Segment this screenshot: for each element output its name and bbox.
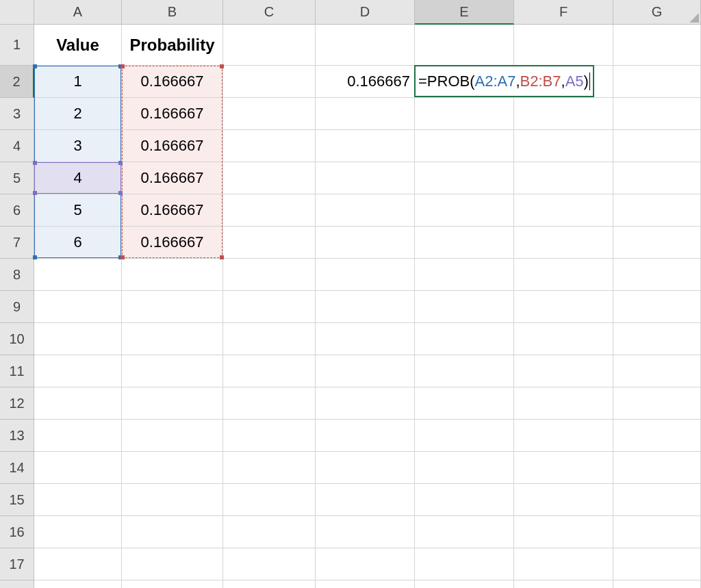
cell-b15[interactable] bbox=[122, 484, 223, 516]
cell-a9[interactable] bbox=[34, 291, 122, 323]
cell-d10[interactable] bbox=[316, 323, 415, 355]
cell-f6[interactable] bbox=[514, 194, 613, 227]
cell-f5[interactable] bbox=[514, 162, 613, 194]
cell-e7[interactable] bbox=[415, 227, 514, 259]
column-header-g[interactable]: G bbox=[613, 0, 701, 25]
row-header-15[interactable]: 15 bbox=[0, 484, 34, 516]
cell-d13[interactable] bbox=[316, 420, 415, 452]
row-header-3[interactable]: 3 bbox=[0, 98, 34, 130]
row-header-16[interactable]: 16 bbox=[0, 516, 34, 548]
cell-d5[interactable] bbox=[316, 162, 415, 194]
cell-f8[interactable] bbox=[514, 259, 613, 291]
cell-g5[interactable] bbox=[613, 162, 701, 194]
cell-a7[interactable]: 6 bbox=[34, 227, 122, 259]
cell-b7[interactable]: 0.166667 bbox=[122, 227, 223, 259]
cell-f17[interactable] bbox=[514, 548, 613, 580]
cell-g7[interactable] bbox=[613, 227, 701, 259]
cell-e17[interactable] bbox=[415, 548, 514, 580]
cell-e16[interactable] bbox=[415, 516, 514, 548]
cell-c14[interactable] bbox=[223, 452, 316, 484]
select-all-corner[interactable] bbox=[0, 0, 34, 25]
row-header-12[interactable]: 12 bbox=[0, 387, 34, 420]
row-header-11[interactable]: 11 bbox=[0, 355, 34, 387]
cell-g9[interactable] bbox=[613, 291, 701, 323]
cell-c9[interactable] bbox=[223, 291, 316, 323]
row-header-14[interactable]: 14 bbox=[0, 452, 34, 484]
cell-a18[interactable] bbox=[34, 580, 122, 588]
cell-e10[interactable] bbox=[415, 323, 514, 355]
cell-g3[interactable] bbox=[613, 98, 701, 130]
cell-g18[interactable] bbox=[613, 580, 701, 588]
row-header-2[interactable]: 2 bbox=[0, 66, 34, 98]
cell-d3[interactable] bbox=[316, 98, 415, 130]
cell-e11[interactable] bbox=[415, 355, 514, 387]
row-header-1[interactable]: 1 bbox=[0, 25, 34, 66]
column-header-e[interactable]: E bbox=[415, 0, 514, 25]
row-header-6[interactable]: 6 bbox=[0, 194, 34, 227]
cell-b2[interactable]: 0.166667 bbox=[122, 66, 223, 98]
cell-f11[interactable] bbox=[514, 355, 613, 387]
cell-d8[interactable] bbox=[316, 259, 415, 291]
cell-b5[interactable]: 0.166667 bbox=[122, 162, 223, 194]
cell-b13[interactable] bbox=[122, 420, 223, 452]
cell-c3[interactable] bbox=[223, 98, 316, 130]
cell-e14[interactable] bbox=[415, 452, 514, 484]
cell-a15[interactable] bbox=[34, 484, 122, 516]
cell-d18[interactable] bbox=[316, 580, 415, 588]
column-header-f[interactable]: F bbox=[514, 0, 613, 25]
cell-a1[interactable]: Value bbox=[34, 25, 122, 66]
cell-g16[interactable] bbox=[613, 516, 701, 548]
cell-e4[interactable] bbox=[415, 130, 514, 162]
cell-g11[interactable] bbox=[613, 355, 701, 387]
cell-g14[interactable] bbox=[613, 452, 701, 484]
cell-b17[interactable] bbox=[122, 548, 223, 580]
cell-b11[interactable] bbox=[122, 355, 223, 387]
column-header-b[interactable]: B bbox=[122, 0, 223, 25]
cell-d1[interactable] bbox=[316, 25, 415, 66]
cell-a10[interactable] bbox=[34, 323, 122, 355]
cell-d2[interactable]: 0.166667 bbox=[316, 66, 415, 98]
cell-c7[interactable] bbox=[223, 227, 316, 259]
cell-e2-editing[interactable]: =PROB(A2:A7, B2:B7, A5) bbox=[414, 65, 594, 97]
cell-f16[interactable] bbox=[514, 516, 613, 548]
cell-a5[interactable]: 4 bbox=[34, 162, 122, 194]
column-header-a[interactable]: A bbox=[34, 0, 122, 25]
cell-b4[interactable]: 0.166667 bbox=[122, 130, 223, 162]
row-header-18[interactable]: 18 bbox=[0, 580, 34, 588]
cell-e3[interactable] bbox=[415, 98, 514, 130]
cell-a17[interactable] bbox=[34, 548, 122, 580]
row-header-13[interactable]: 13 bbox=[0, 420, 34, 452]
cell-a6[interactable]: 5 bbox=[34, 194, 122, 227]
cell-c4[interactable] bbox=[223, 130, 316, 162]
cell-d7[interactable] bbox=[316, 227, 415, 259]
cell-e1[interactable] bbox=[415, 25, 514, 66]
cell-e9[interactable] bbox=[415, 291, 514, 323]
cell-a12[interactable] bbox=[34, 387, 122, 420]
cell-g1[interactable] bbox=[613, 25, 701, 66]
cell-g2[interactable] bbox=[613, 66, 701, 98]
cell-e13[interactable] bbox=[415, 420, 514, 452]
cell-e8[interactable] bbox=[415, 259, 514, 291]
column-header-c[interactable]: C bbox=[223, 0, 316, 25]
cell-f1[interactable] bbox=[514, 25, 613, 66]
cell-c15[interactable] bbox=[223, 484, 316, 516]
cell-e15[interactable] bbox=[415, 484, 514, 516]
column-header-d[interactable]: D bbox=[316, 0, 415, 25]
cell-a3[interactable]: 2 bbox=[34, 98, 122, 130]
cell-e18[interactable] bbox=[415, 580, 514, 588]
cell-d9[interactable] bbox=[316, 291, 415, 323]
cell-a4[interactable]: 3 bbox=[34, 130, 122, 162]
cell-a16[interactable] bbox=[34, 516, 122, 548]
cell-d11[interactable] bbox=[316, 355, 415, 387]
cell-c12[interactable] bbox=[223, 387, 316, 420]
cell-d4[interactable] bbox=[316, 130, 415, 162]
cell-b14[interactable] bbox=[122, 452, 223, 484]
cell-d14[interactable] bbox=[316, 452, 415, 484]
cell-c13[interactable] bbox=[223, 420, 316, 452]
cell-f10[interactable] bbox=[514, 323, 613, 355]
cell-c8[interactable] bbox=[223, 259, 316, 291]
cell-g10[interactable] bbox=[613, 323, 701, 355]
cell-b12[interactable] bbox=[122, 387, 223, 420]
cell-e6[interactable] bbox=[415, 194, 514, 227]
cell-f14[interactable] bbox=[514, 452, 613, 484]
